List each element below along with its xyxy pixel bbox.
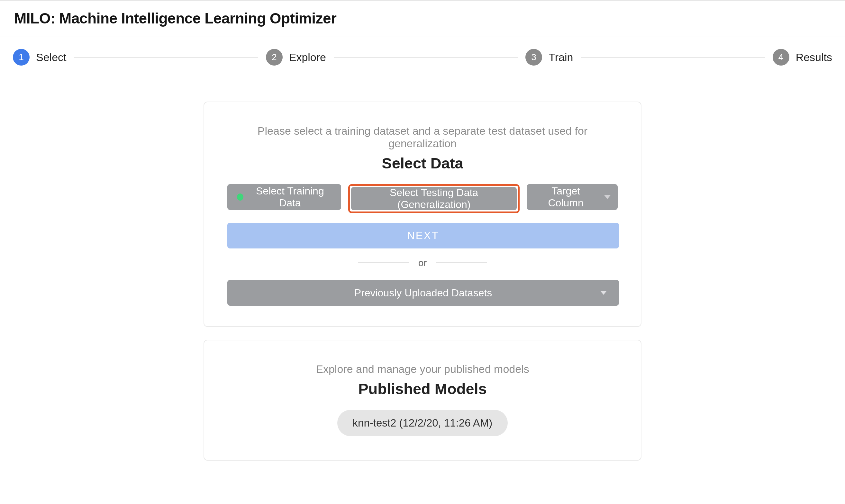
divider-line bbox=[358, 263, 409, 263]
published-model-chip[interactable]: knn-test2 (12/2/20, 11:26 AM) bbox=[337, 410, 508, 436]
step-number: 4 bbox=[773, 49, 789, 66]
step-train[interactable]: 3 Train bbox=[525, 49, 573, 66]
divider-line bbox=[436, 263, 487, 263]
next-button[interactable]: NEXT bbox=[227, 223, 619, 249]
or-text: or bbox=[418, 257, 427, 268]
step-number: 2 bbox=[266, 49, 283, 66]
app-title: MILO: Machine Intelligence Learning Opti… bbox=[14, 10, 831, 27]
published-models-heading: Published Models bbox=[227, 380, 618, 398]
select-data-instruction: Please select a training dataset and a s… bbox=[227, 125, 618, 150]
step-label: Train bbox=[549, 51, 573, 64]
target-column-dropdown[interactable]: Target Column bbox=[527, 184, 618, 210]
step-label: Explore bbox=[289, 51, 326, 64]
button-label: Select Training Data bbox=[249, 185, 331, 209]
step-divider bbox=[74, 57, 258, 57]
select-data-card: Please select a training dataset and a s… bbox=[203, 102, 642, 327]
step-explore[interactable]: 2 Explore bbox=[266, 49, 326, 66]
step-number: 1 bbox=[13, 49, 30, 66]
chevron-down-icon bbox=[604, 195, 611, 199]
step-number: 3 bbox=[525, 49, 542, 66]
or-divider: or bbox=[358, 257, 487, 268]
published-models-instruction: Explore and manage your published models bbox=[227, 363, 618, 375]
header-bar: MILO: Machine Intelligence Learning Opti… bbox=[0, 0, 845, 37]
dropdown-label: Previously Uploaded Datasets bbox=[354, 287, 492, 299]
select-data-heading: Select Data bbox=[227, 154, 618, 172]
data-button-row: Select Training Data Select Testing Data… bbox=[227, 184, 618, 213]
check-icon bbox=[237, 194, 244, 201]
stepper: 1 Select 2 Explore 3 Train 4 Results bbox=[0, 37, 845, 76]
chevron-down-icon bbox=[600, 291, 607, 295]
button-label: Select Testing Data (Generalization) bbox=[361, 187, 507, 211]
step-divider bbox=[581, 57, 765, 57]
published-models-card: Explore and manage your published models… bbox=[203, 340, 642, 461]
step-label: Results bbox=[796, 51, 832, 64]
step-divider bbox=[334, 57, 518, 57]
step-results[interactable]: 4 Results bbox=[773, 49, 832, 66]
step-select[interactable]: 1 Select bbox=[13, 49, 67, 66]
highlight-box: Select Testing Data (Generalization) bbox=[348, 184, 520, 213]
button-label: Target Column bbox=[536, 185, 595, 209]
step-label: Select bbox=[36, 51, 67, 64]
select-testing-data-button[interactable]: Select Testing Data (Generalization) bbox=[351, 187, 517, 210]
previously-uploaded-dropdown[interactable]: Previously Uploaded Datasets bbox=[227, 280, 619, 306]
select-training-data-button[interactable]: Select Training Data bbox=[227, 184, 341, 210]
